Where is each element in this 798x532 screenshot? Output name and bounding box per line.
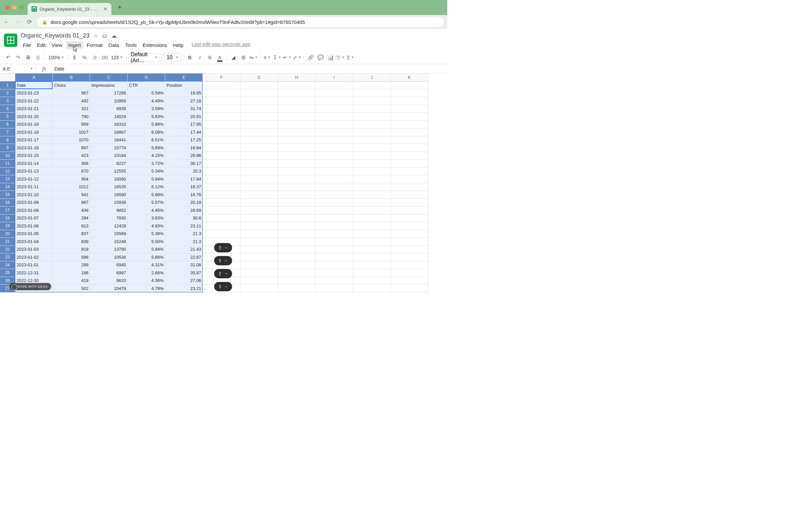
cell[interactable] bbox=[278, 199, 316, 207]
cell[interactable]: 5.59% bbox=[128, 90, 165, 97]
font-size-dropdown[interactable]: 10▼ bbox=[164, 53, 181, 62]
cell[interactable] bbox=[241, 230, 278, 238]
cell[interactable] bbox=[241, 261, 278, 269]
column-header[interactable]: J bbox=[353, 74, 391, 81]
cell[interactable]: 321 bbox=[53, 105, 90, 113]
cell[interactable]: 596 bbox=[53, 253, 90, 261]
row-header[interactable]: 11 bbox=[0, 159, 15, 168]
cell[interactable] bbox=[203, 168, 241, 175]
cell[interactable] bbox=[353, 81, 391, 90]
cell[interactable]: 6945 bbox=[90, 261, 128, 269]
row-header[interactable]: 3 bbox=[0, 97, 15, 105]
row-header[interactable]: 14 bbox=[0, 183, 15, 191]
row-header[interactable]: 20 bbox=[0, 230, 15, 238]
cell[interactable]: 8938 bbox=[90, 105, 128, 113]
cell[interactable] bbox=[316, 90, 353, 97]
cell[interactable] bbox=[203, 175, 241, 183]
cell[interactable] bbox=[391, 152, 428, 160]
select-all-corner[interactable] bbox=[0, 74, 15, 81]
cell[interactable] bbox=[353, 214, 391, 223]
cell[interactable] bbox=[203, 230, 241, 238]
cell[interactable] bbox=[391, 246, 428, 254]
cell[interactable]: 30.6 bbox=[165, 214, 203, 223]
cell[interactable]: 26.96 bbox=[165, 152, 203, 160]
cell[interactable]: 31.08 bbox=[165, 261, 203, 269]
bold-icon[interactable]: B bbox=[185, 53, 194, 62]
cell[interactable] bbox=[203, 207, 241, 214]
cell[interactable] bbox=[241, 214, 278, 223]
cell[interactable]: 7830 bbox=[90, 214, 128, 223]
cell[interactable] bbox=[316, 214, 353, 223]
cell[interactable] bbox=[278, 207, 316, 214]
format-123-dropdown[interactable]: 123 bbox=[110, 53, 124, 62]
menu-edit[interactable]: Edit bbox=[35, 41, 48, 49]
cell[interactable] bbox=[241, 81, 278, 90]
row-header[interactable]: 24 bbox=[0, 261, 15, 269]
cell[interactable]: 23.21 bbox=[165, 285, 203, 292]
row-header[interactable]: 1 bbox=[0, 81, 15, 90]
cell[interactable] bbox=[391, 81, 428, 90]
cell[interactable] bbox=[203, 97, 241, 105]
cell[interactable] bbox=[203, 152, 241, 160]
cell[interactable] bbox=[241, 144, 278, 152]
cell[interactable]: 3.59% bbox=[128, 105, 165, 113]
cell[interactable] bbox=[278, 168, 316, 175]
cell[interactable] bbox=[203, 90, 241, 97]
cell[interactable]: 22.87 bbox=[165, 253, 203, 261]
document-title[interactable]: Organic_Keywords 01_23 bbox=[21, 32, 90, 39]
cell[interactable] bbox=[316, 269, 353, 277]
filter-icon[interactable]: ▽ bbox=[336, 53, 345, 62]
cell[interactable]: 959 bbox=[53, 121, 90, 129]
cell[interactable] bbox=[278, 253, 316, 261]
cell[interactable] bbox=[278, 105, 316, 113]
row-header[interactable]: 4 bbox=[0, 105, 15, 113]
cell[interactable] bbox=[241, 121, 278, 129]
cell[interactable]: 2023-01-18 bbox=[15, 128, 53, 136]
cell[interactable]: 16310 bbox=[90, 121, 128, 129]
cell[interactable]: 5.68% bbox=[128, 191, 165, 199]
cell[interactable] bbox=[353, 159, 391, 168]
browser-tab[interactable]: Organic_Keywords 01_23 - Go… ✕ bbox=[27, 3, 111, 15]
cell[interactable]: Clicks bbox=[53, 81, 90, 90]
cell[interactable]: 4.93% bbox=[128, 222, 165, 230]
menu-help[interactable]: Help bbox=[171, 41, 186, 49]
cell[interactable]: 2023-01-14 bbox=[15, 159, 53, 168]
row-header[interactable]: 23 bbox=[0, 253, 15, 261]
column-header[interactable]: B bbox=[53, 74, 90, 81]
cell[interactable] bbox=[278, 214, 316, 223]
strikethrough-icon[interactable]: S bbox=[205, 53, 214, 62]
cell[interactable] bbox=[391, 168, 428, 175]
link-icon[interactable]: 🔗 bbox=[306, 53, 315, 62]
cell[interactable] bbox=[353, 183, 391, 191]
cell[interactable]: 2022-12-31 bbox=[15, 269, 53, 277]
cell[interactable] bbox=[316, 253, 353, 261]
cell[interactable] bbox=[391, 199, 428, 207]
cell[interactable] bbox=[391, 285, 428, 292]
name-box[interactable]: A:E ▼ bbox=[0, 64, 36, 73]
cell[interactable] bbox=[241, 183, 278, 191]
menu-extensions[interactable]: Extensions bbox=[140, 41, 169, 49]
cell[interactable]: 186 bbox=[53, 269, 90, 277]
cell[interactable] bbox=[316, 159, 353, 168]
window-close-icon[interactable] bbox=[5, 5, 10, 10]
cell[interactable] bbox=[241, 277, 278, 285]
cell[interactable]: 2023-01-04 bbox=[15, 238, 53, 246]
cell[interactable]: 8227 bbox=[90, 159, 128, 168]
cell[interactable] bbox=[316, 277, 353, 285]
cell[interactable] bbox=[241, 113, 278, 121]
cell[interactable]: 2.66% bbox=[128, 269, 165, 277]
cell[interactable]: 17.84 bbox=[165, 175, 203, 183]
cell[interactable] bbox=[203, 214, 241, 223]
cell[interactable]: 12555 bbox=[90, 168, 128, 175]
cell[interactable] bbox=[278, 113, 316, 121]
cell[interactable]: 2023-01-23 bbox=[15, 90, 53, 97]
row-header[interactable]: 22 bbox=[0, 246, 15, 254]
row-header[interactable]: 6 bbox=[0, 121, 15, 129]
cell[interactable] bbox=[241, 222, 278, 230]
tab-close-icon[interactable]: ✕ bbox=[103, 6, 108, 12]
cell[interactable]: 1012 bbox=[53, 183, 90, 191]
cell[interactable] bbox=[278, 261, 316, 269]
cell[interactable]: 5.50% bbox=[128, 238, 165, 246]
cell[interactable] bbox=[278, 277, 316, 285]
cell[interactable]: 10479 bbox=[90, 285, 128, 292]
